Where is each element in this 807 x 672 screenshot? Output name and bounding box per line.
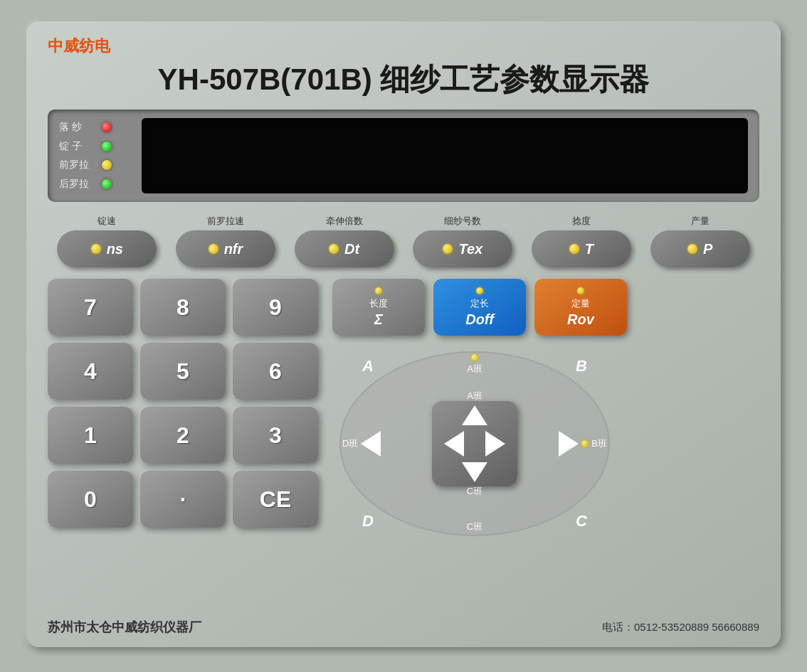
special-btn-rov[interactable]: 定量Rov [534,279,627,336]
num-btn-5[interactable]: 5 [140,343,226,400]
special-btn-label-length: 长度 [369,297,388,310]
right-panel: 长度Σ定长Doff定量Rov A B D C A班 C班 [332,279,759,592]
func-btn-p[interactable]: P [650,230,750,267]
indicator-led-yellow [102,160,112,170]
device-title: YH-507B(701B) 细纱工艺参数显示器 [48,60,759,100]
main-content: 7894561230·CE 长度Σ定长Doff定量Rov A B D C A班 [48,279,759,592]
nav-left-area[interactable]: D班 [342,431,381,457]
special-btn-led-rov [577,287,584,294]
nav-up-led [471,354,478,361]
special-btn-sub-rov: Rov [567,311,594,328]
indicator-label: 后罗拉 [59,178,96,191]
func-btn-text-dt: Dt [344,241,359,257]
nav-right-label: B班 [591,437,607,450]
func-btn-led-ns [91,244,101,254]
special-btn-label-rov: 定量 [571,297,590,310]
num-btn-0[interactable]: 0 [48,471,133,528]
num-btn-dot[interactable]: · [140,471,226,528]
nav-right-area[interactable]: B班 [559,431,607,457]
special-btn-sub-doff: Doff [465,311,494,328]
nav-center-down-arrow [462,462,487,482]
phone-number: 电话：0512-53520889 56660889 [602,621,759,634]
display-area: 落 纱锭 子前罗拉后罗拉 [48,110,759,202]
func-btn-tex[interactable]: Tex [413,230,512,267]
func-btn-text-p: P [703,241,712,257]
func-btn-led-dt [329,244,339,254]
func-buttons-row: nsnfrDtTexTP [48,230,759,267]
screen-display [142,118,748,193]
special-btn-doff[interactable]: 定长Doff [433,279,526,336]
func-btn-dt[interactable]: Dt [295,230,394,267]
func-btn-led-tex [443,244,453,254]
num-btn-CE[interactable]: CE [233,471,318,528]
nav-up-label: A班 [467,363,482,375]
func-btn-led-p [687,244,697,254]
device-panel: 中威纺电 YH-507B(701B) 细纱工艺参数显示器 落 纱锭 子前罗拉后罗… [26,21,781,647]
indicator-led-red [102,122,112,132]
nav-center-button[interactable]: A班 C班 [432,401,517,486]
special-btn-label-doff: 定长 [470,297,489,310]
nav-right-led [581,440,589,447]
nav-corner-a: A [362,357,374,375]
indicator-label: 落 纱 [59,121,96,134]
func-label: 捻度 [532,215,631,228]
func-btn-text-tex: Tex [458,241,482,257]
nav-corner-d: D [362,512,374,530]
indicator-label: 锭 子 [59,140,96,153]
func-btn-t[interactable]: T [532,230,631,267]
func-btn-led-t [569,244,579,254]
special-btn-led-doff [476,287,483,294]
func-buttons-section: 锭速前罗拉速牵伸倍数细纱号数捻度产量 nsnfrDtTexTP [48,215,759,267]
brand-label: 中威纺电 [48,36,759,57]
func-label: 牵伸倍数 [295,215,394,228]
num-btn-4[interactable]: 4 [48,343,133,400]
nav-area: A B D C A班 C班 D班 [332,344,617,543]
nav-right-arrow [559,431,579,457]
numpad: 7894561230·CE [48,279,318,592]
nav-corner-c: C [576,512,587,530]
nav-down-area[interactable]: C班 [467,521,482,533]
num-btn-1[interactable]: 1 [48,407,133,464]
func-btn-nfr[interactable]: nfr [176,230,275,267]
num-btn-8[interactable]: 8 [140,279,226,336]
func-btn-text-ns: ns [107,241,123,257]
nav-center-left-arrow [444,431,464,457]
nav-down-center-label: C班 [467,485,482,498]
indicator-row: 锭 子 [59,140,130,153]
nav-left-label: D班 [342,437,358,450]
func-label: 锭速 [57,215,157,228]
indicators-panel: 落 纱锭 子前罗拉后罗拉 [59,118,130,193]
special-buttons-row: 长度Σ定长Doff定量Rov [332,279,759,336]
func-label: 产量 [650,215,750,228]
special-btn-sub-length: Σ [374,311,383,328]
num-btn-6[interactable]: 6 [233,343,318,400]
nav-down-label: C班 [467,521,482,533]
func-btn-text-nfr: nfr [224,241,243,257]
indicator-led-green [102,179,112,189]
nav-up-area[interactable]: A班 [467,354,482,375]
func-btn-led-nfr [209,244,218,254]
func-btn-text-t: T [585,241,594,257]
indicator-row: 前罗拉 [59,159,130,171]
nav-left-arrow [361,431,381,457]
indicator-row: 后罗拉 [59,178,130,191]
indicator-led-green [102,142,112,151]
func-label: 前罗拉速 [176,215,275,228]
num-btn-3[interactable]: 3 [233,407,318,464]
func-labels-row: 锭速前罗拉速牵伸倍数细纱号数捻度产量 [48,215,759,228]
special-btn-length[interactable]: 长度Σ [332,279,425,336]
special-btn-led-length [375,287,382,294]
indicator-label: 前罗拉 [59,159,96,171]
indicator-row: 落 纱 [59,121,130,134]
num-btn-7[interactable]: 7 [48,279,133,336]
nav-up-center-label: A班 [467,390,482,402]
nav-center-right-arrow [485,431,505,457]
func-btn-ns[interactable]: ns [57,230,157,267]
nav-corner-b: B [576,357,587,375]
footer: 苏州市太仓中威纺织仪器厂 电话：0512-53520889 56660889 [48,619,759,636]
company-name: 苏州市太仓中威纺织仪器厂 [48,619,201,636]
func-label: 细纱号数 [413,215,512,228]
num-btn-9[interactable]: 9 [233,279,318,336]
nav-center-up-arrow [462,405,487,425]
num-btn-2[interactable]: 2 [140,407,226,464]
